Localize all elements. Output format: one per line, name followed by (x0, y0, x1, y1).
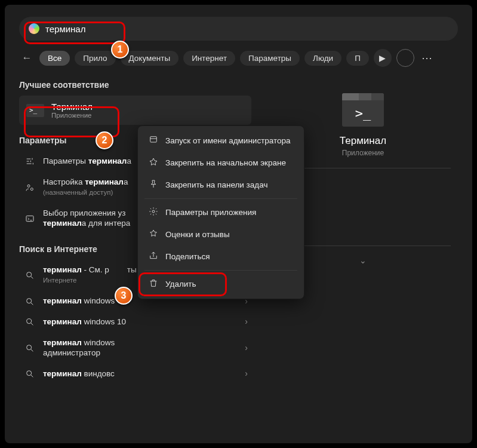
ctx-uninstall[interactable]: Удалить (140, 273, 302, 295)
back-arrow-icon[interactable]: ← (19, 50, 35, 66)
svg-point-3 (27, 272, 32, 277)
search-icon (24, 317, 36, 327)
preview-app-icon: >_ (342, 93, 384, 127)
svg-point-4 (27, 298, 32, 303)
filter-row: ← Все Прило Документы Интернет Параметры… (19, 49, 458, 67)
web-item[interactable]: терминал виндовс › (19, 364, 251, 385)
filter-settings[interactable]: Параметры (240, 51, 300, 66)
pin-icon (148, 157, 158, 168)
star-icon (148, 229, 158, 240)
svg-point-1 (30, 188, 33, 190)
annotation-badge-2: 2 (96, 131, 113, 149)
chevron-right-icon: › (245, 369, 248, 379)
svg-point-5 (27, 319, 32, 324)
gear-icon (148, 207, 158, 218)
filter-play-icon[interactable]: ▶ (374, 49, 392, 67)
annotation-badge-1: 1 (111, 41, 129, 59)
svg-point-6 (27, 345, 32, 349)
best-match-heading: Лучшее соответствие (19, 80, 251, 90)
more-dots-icon[interactable]: ⋯ (421, 51, 432, 65)
best-match-subtitle: Приложение (51, 112, 93, 119)
filter-more[interactable]: П (346, 51, 369, 66)
trash-icon (148, 278, 158, 290)
ctx-share[interactable]: Поделиться (140, 246, 302, 268)
share-icon (148, 251, 158, 262)
web-item[interactable]: терминал windows 10 › (19, 312, 251, 333)
search-icon (24, 343, 36, 353)
search-icon (24, 297, 36, 306)
chevron-right-icon: › (245, 343, 248, 354)
terminal-app-icon (26, 104, 44, 117)
svg-rect-8 (150, 137, 156, 142)
ctx-run-admin[interactable]: Запуск от имени администратора (140, 130, 302, 152)
svg-rect-2 (26, 216, 33, 221)
svg-point-7 (27, 371, 32, 376)
user-cog-icon (24, 183, 36, 192)
chevron-right-icon: › (245, 317, 248, 328)
best-match-title: Терминал (51, 102, 93, 112)
filter-all[interactable]: Все (39, 51, 70, 66)
web-item[interactable]: терминал windowsадминистратор › (19, 333, 251, 364)
search-icon (24, 369, 36, 379)
filter-circle-icon[interactable] (396, 49, 414, 67)
search-input[interactable] (45, 24, 448, 34)
svg-point-9 (152, 210, 155, 213)
search-logo-icon (29, 23, 39, 34)
annotation-badge-3: 3 (115, 287, 133, 305)
ctx-reviews[interactable]: Оценки и отзывы (140, 223, 302, 246)
search-bar[interactable] (19, 17, 458, 41)
search-icon (24, 271, 36, 280)
context-menu: Запуск от имени администратора Закрепить… (137, 125, 304, 299)
terminal-pref-icon (24, 214, 36, 223)
shield-icon (148, 135, 158, 146)
ctx-pin-taskbar[interactable]: Закрепить на панели задач (140, 174, 302, 196)
ctx-pin-start[interactable]: Закрепить на начальном экране (140, 152, 302, 174)
filter-internet[interactable]: Интернет (183, 51, 235, 66)
pin-icon (148, 179, 158, 191)
sliders-icon (24, 157, 36, 166)
ctx-app-settings[interactable]: Параметры приложения (140, 201, 302, 223)
filter-people[interactable]: Люди (304, 51, 341, 66)
svg-point-0 (27, 185, 30, 187)
filter-apps[interactable]: Прило (75, 51, 115, 66)
best-match-item[interactable]: Терминал Приложение (19, 96, 251, 125)
filter-documents[interactable]: Документы (121, 51, 179, 66)
